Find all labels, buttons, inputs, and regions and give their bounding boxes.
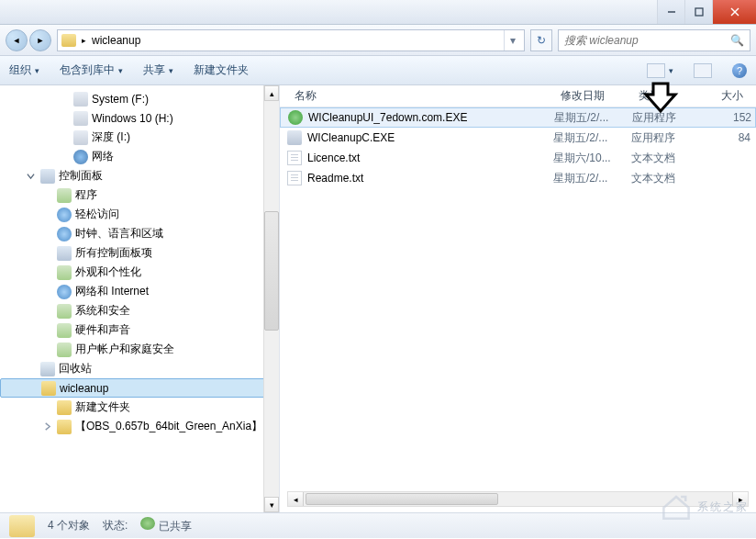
tree-item-label: System (F:)	[92, 93, 149, 106]
file-size: 152	[706, 111, 751, 124]
tree-item[interactable]: 系统和安全	[0, 301, 279, 320]
blue-icon	[57, 208, 72, 222]
file-name: WICleanupUI_7edown.com.EXE	[308, 111, 467, 124]
folder-icon	[57, 420, 72, 434]
generic-icon	[57, 265, 72, 280]
tree-item[interactable]: 【OBS_0.657b_64bit_Green_AnXia】	[0, 417, 279, 436]
maximize-button[interactable]	[684, 0, 712, 24]
file-icon	[287, 171, 302, 185]
search-input[interactable]	[564, 34, 730, 47]
column-size[interactable]: 大小	[705, 88, 750, 104]
file-row[interactable]: WICleanupC.EXE星期五/2/...应用程序84	[280, 128, 756, 148]
chevron-right-icon[interactable]	[40, 422, 53, 431]
file-size: 84	[705, 131, 750, 144]
tree-item[interactable]: 用户帐户和家庭安全	[0, 340, 279, 359]
new-folder-button[interactable]: 新建文件夹	[194, 62, 249, 78]
tree-item[interactable]: 时钟、语言和区域	[0, 224, 279, 243]
tree-item-label: 控制面板	[59, 168, 103, 184]
file-row[interactable]: Licence.txt星期六/10...文本文档	[280, 148, 756, 168]
tree-item[interactable]: 硬件和声音	[0, 320, 279, 340]
tree-item[interactable]: wicleanup	[0, 378, 279, 398]
scroll-up-button[interactable]: ▴	[264, 85, 279, 101]
tree-item[interactable]: 回收站	[0, 359, 279, 378]
watermark: 系统之家	[661, 493, 749, 521]
tree-item-label: 网络	[92, 149, 114, 164]
column-date[interactable]: 修改日期	[553, 88, 631, 104]
tree-item[interactable]: 控制面板	[0, 166, 279, 185]
share-menu[interactable]: 共享 ▾	[143, 62, 173, 78]
tree-item[interactable]: 所有控制面板项	[0, 243, 279, 263]
search-box[interactable]: 🔍	[558, 29, 750, 51]
window-titlebar	[0, 0, 756, 25]
tree-item[interactable]: 网络	[0, 147, 279, 166]
file-date: 星期五/2/...	[553, 130, 631, 146]
preview-pane-button[interactable]	[694, 63, 712, 78]
file-icon	[288, 110, 303, 125]
folder-icon	[9, 515, 35, 537]
file-row[interactable]: Readme.txt星期五/2/...文本文档	[280, 168, 756, 188]
status-shared: 已共享	[140, 517, 192, 534]
folder-icon	[61, 34, 76, 47]
refresh-button[interactable]: ↻	[530, 29, 552, 51]
navigation-bar: ◄ ► ▸ ▾ ↻ 🔍	[0, 25, 756, 56]
status-count: 4 个对象	[48, 518, 90, 533]
chevron-down-icon[interactable]	[24, 172, 37, 180]
address-bar[interactable]: ▸ ▾	[57, 29, 525, 51]
svg-rect-1	[695, 8, 703, 16]
tree-item-label: 所有控制面板项	[75, 245, 152, 261]
file-name: WICleanupC.EXE	[307, 131, 395, 144]
back-button[interactable]: ◄	[6, 29, 28, 51]
scrollbar-thumb[interactable]	[264, 211, 279, 331]
tree-item[interactable]: Windows 10 (H:)	[0, 108, 279, 128]
view-mode-button[interactable]: ▾	[647, 63, 673, 78]
tree-item-label: 【OBS_0.657b_64bit_Green_AnXia】	[75, 419, 262, 434]
organize-menu[interactable]: 组织 ▾	[9, 62, 39, 78]
file-date: 星期五/2/...	[554, 110, 632, 126]
address-dropdown-button[interactable]: ▾	[504, 30, 520, 51]
folder-icon	[41, 381, 56, 396]
tree-item[interactable]: System (F:)	[0, 89, 279, 108]
hscrollbar-thumb[interactable]	[306, 493, 498, 505]
file-type: 文本文档	[631, 171, 705, 186]
tree-item-label: 硬件和声音	[75, 322, 130, 338]
generic-icon	[57, 188, 72, 203]
generic-icon	[57, 342, 72, 357]
tree-item[interactable]: 轻松访问	[0, 205, 279, 224]
tree-item-label: 新建文件夹	[75, 399, 130, 415]
scroll-left-button[interactable]: ◂	[288, 492, 304, 506]
tree-item[interactable]: 外观和个性化	[0, 263, 279, 282]
close-button[interactable]	[712, 0, 756, 24]
shared-icon	[140, 517, 155, 530]
forward-button[interactable]: ►	[29, 29, 51, 51]
include-library-menu[interactable]: 包含到库中 ▾	[60, 62, 123, 78]
cp-icon	[57, 246, 72, 261]
file-date: 星期五/2/...	[553, 171, 631, 186]
tree-item[interactable]: 深度 (I:)	[0, 128, 279, 147]
navigation-tree: System (F:)Windows 10 (H:)深度 (I:)网络控制面板程…	[0, 85, 280, 512]
minimize-button[interactable]	[657, 0, 684, 24]
network-icon	[73, 150, 88, 164]
tree-item[interactable]: 网络和 Internet	[0, 282, 279, 301]
file-type: 应用程序	[631, 130, 705, 146]
tree-item-label: 轻松访问	[75, 207, 119, 222]
column-name[interactable]: 名称	[287, 88, 553, 104]
address-input[interactable]	[92, 34, 498, 47]
tree-item[interactable]: 新建文件夹	[0, 398, 279, 417]
tree-item-label: 外观和个性化	[75, 264, 141, 280]
scroll-down-button[interactable]: ▾	[264, 497, 279, 512]
file-row[interactable]: WICleanupUI_7edown.com.EXE星期五/2/...应用程序1…	[280, 107, 756, 128]
folder-icon	[57, 400, 72, 415]
tree-item-label: 程序	[75, 187, 97, 203]
sidebar-scrollbar[interactable]: ▴ ▾	[263, 85, 279, 512]
file-name: Readme.txt	[307, 172, 363, 185]
recycle-icon	[40, 362, 55, 376]
tree-item-label: 系统和安全	[75, 303, 130, 319]
generic-icon	[57, 304, 72, 319]
status-state-label: 状态:	[103, 518, 128, 533]
drive-icon	[73, 111, 88, 126]
drive-icon	[73, 92, 88, 107]
tree-item[interactable]: 程序	[0, 185, 279, 205]
tree-item-label: wicleanup	[60, 382, 108, 395]
status-bar: 4 个对象 状态: 已共享	[0, 512, 756, 538]
help-button[interactable]: ?	[732, 63, 747, 78]
